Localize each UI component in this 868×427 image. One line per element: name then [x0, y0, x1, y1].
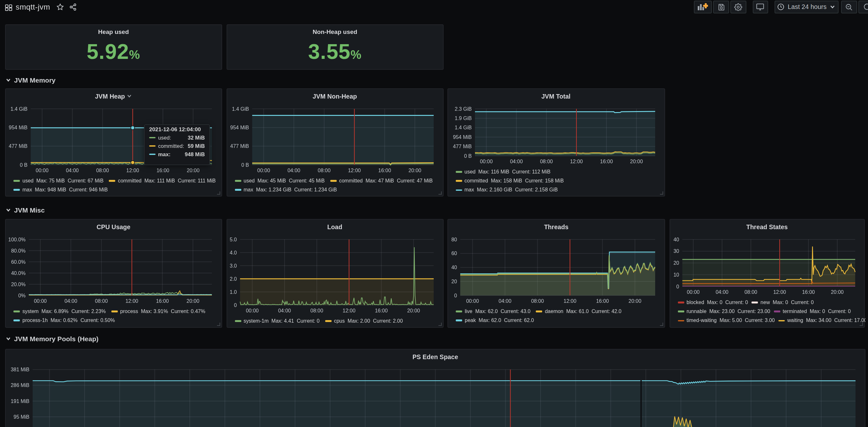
svg-text:04:00: 04:00 [66, 168, 79, 173]
svg-text:1.4 GiB: 1.4 GiB [232, 106, 249, 112]
svg-text:20:00: 20:00 [407, 308, 420, 313]
svg-text:08:00: 08:00 [531, 298, 544, 304]
svg-text:60.0%: 60.0% [11, 259, 26, 265]
svg-text:08:00: 08:00 [96, 168, 109, 173]
svg-text:12:00: 12:00 [125, 298, 138, 304]
svg-text:12:00: 12:00 [564, 298, 577, 304]
svg-text:16:00: 16:00 [156, 168, 169, 173]
svg-text:00:00: 00:00 [257, 168, 270, 173]
svg-text:04:00: 04:00 [509, 159, 522, 164]
svg-text:00:00: 00:00 [36, 168, 49, 173]
svg-text:16:00: 16:00 [374, 308, 387, 313]
svg-text:20:00: 20:00 [187, 298, 199, 304]
svg-text:08:00: 08:00 [744, 289, 757, 295]
svg-text:20:00: 20:00 [630, 159, 643, 164]
svg-text:08:00: 08:00 [539, 159, 552, 164]
svg-text:1.4 GiB: 1.4 GiB [455, 125, 471, 130]
svg-text:0%: 0% [18, 293, 26, 298]
svg-text:00:00: 00:00 [246, 308, 258, 313]
svg-text:12:00: 12:00 [342, 308, 355, 313]
svg-text:0 B: 0 B [464, 153, 471, 159]
svg-text:0: 0 [234, 303, 237, 308]
svg-text:12:00: 12:00 [126, 168, 139, 173]
svg-text:16:00: 16:00 [156, 298, 169, 304]
svg-text:16:00: 16:00 [596, 298, 609, 304]
svg-text:20:00: 20:00 [629, 298, 642, 304]
svg-text:30: 30 [673, 248, 679, 254]
svg-text:16:00: 16:00 [802, 289, 814, 295]
svg-text:954 MiB: 954 MiB [230, 125, 249, 130]
svg-text:80: 80 [451, 237, 457, 242]
svg-text:477 MiB: 477 MiB [9, 143, 28, 149]
svg-text:100.0%: 100.0% [8, 237, 26, 242]
svg-text:80.0%: 80.0% [11, 248, 26, 253]
svg-text:3.0: 3.0 [229, 263, 237, 269]
svg-text:954 MiB: 954 MiB [9, 125, 28, 130]
svg-text:08:00: 08:00 [310, 308, 323, 313]
svg-text:20: 20 [451, 279, 457, 284]
svg-text:5.0: 5.0 [229, 237, 237, 242]
svg-text:10: 10 [673, 272, 679, 277]
svg-text:04:00: 04:00 [499, 298, 512, 304]
svg-text:0 B: 0 B [20, 162, 28, 168]
svg-text:477 MiB: 477 MiB [453, 144, 471, 149]
svg-text:00:00: 00:00 [686, 289, 699, 295]
svg-text:2.0: 2.0 [229, 276, 237, 282]
svg-text:00:00: 00:00 [34, 298, 47, 304]
svg-text:40.0%: 40.0% [11, 271, 26, 276]
svg-text:95 MiB: 95 MiB [13, 414, 29, 419]
svg-text:60: 60 [451, 251, 457, 256]
svg-text:191 MiB: 191 MiB [10, 398, 29, 404]
svg-text:12:00: 12:00 [773, 289, 786, 295]
svg-text:381 MiB: 381 MiB [10, 366, 29, 372]
svg-text:04:00: 04:00 [287, 168, 300, 173]
svg-text:16:00: 16:00 [378, 168, 391, 173]
svg-text:00:00: 00:00 [466, 298, 479, 304]
svg-text:1.4 GiB: 1.4 GiB [10, 106, 28, 112]
svg-text:20.0%: 20.0% [11, 282, 26, 287]
svg-text:954 MiB: 954 MiB [453, 134, 471, 140]
svg-text:2.3 GiB: 2.3 GiB [455, 106, 471, 112]
svg-text:12:00: 12:00 [348, 168, 361, 173]
svg-text:00:00: 00:00 [479, 159, 492, 164]
svg-text:0: 0 [676, 284, 679, 289]
svg-text:477 MiB: 477 MiB [230, 143, 249, 149]
svg-text:04:00: 04:00 [278, 308, 290, 313]
svg-text:0: 0 [454, 293, 457, 298]
svg-text:20: 20 [673, 260, 679, 266]
svg-text:0 B: 0 B [241, 162, 249, 168]
svg-text:1.0: 1.0 [229, 289, 237, 295]
svg-text:12:00: 12:00 [570, 159, 583, 164]
svg-text:1.9 GiB: 1.9 GiB [455, 116, 471, 121]
svg-text:04:00: 04:00 [64, 298, 77, 304]
svg-text:4.0: 4.0 [229, 250, 237, 255]
svg-text:16:00: 16:00 [600, 159, 613, 164]
svg-text:08:00: 08:00 [95, 298, 108, 304]
svg-text:04:00: 04:00 [715, 289, 728, 295]
svg-text:20:00: 20:00 [408, 168, 421, 173]
svg-text:40: 40 [673, 237, 679, 242]
svg-text:08:00: 08:00 [317, 168, 330, 173]
svg-text:20:00: 20:00 [187, 168, 199, 173]
svg-text:286 MiB: 286 MiB [10, 383, 29, 388]
svg-text:40: 40 [451, 265, 457, 270]
svg-text:20:00: 20:00 [831, 289, 843, 295]
